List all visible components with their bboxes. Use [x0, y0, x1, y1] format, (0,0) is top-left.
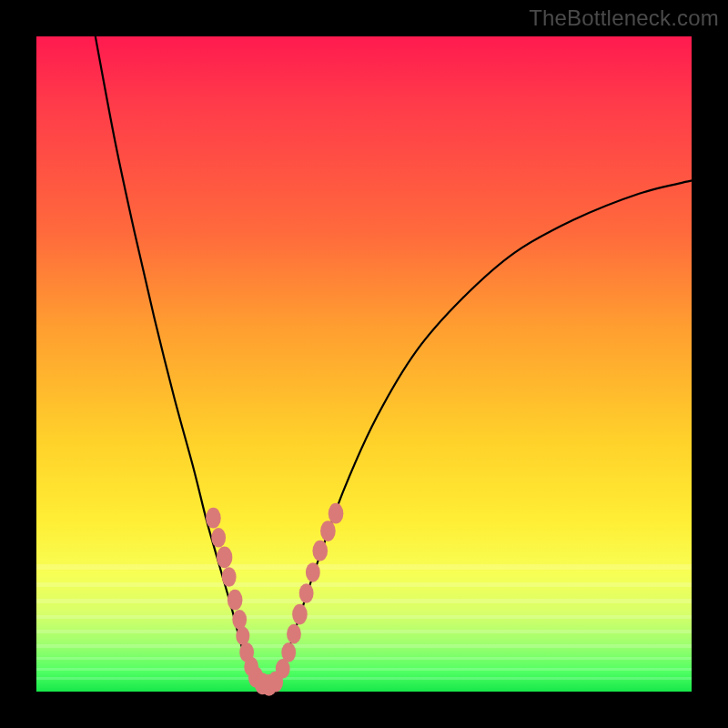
marker-blob: [222, 567, 237, 587]
plot-area: [36, 36, 692, 692]
marker-blob: [299, 583, 314, 603]
marker-group: [206, 503, 343, 696]
marker-blob: [211, 528, 226, 548]
marker-blob: [232, 610, 247, 630]
marker-blob: [306, 562, 320, 582]
marker-blob: [236, 627, 249, 646]
marker-blob: [312, 541, 328, 561]
marker-blob: [217, 547, 232, 569]
marker-blob: [281, 642, 296, 662]
watermark-text: TheBottleneck.com: [529, 5, 719, 31]
marker-blob: [320, 521, 336, 541]
curve-layer: [36, 36, 692, 692]
chart-frame: TheBottleneck.com: [0, 0, 728, 728]
curve-right-branch: [272, 180, 692, 684]
curve-left-branch: [96, 36, 259, 685]
marker-blob: [287, 624, 301, 644]
marker-blob: [329, 503, 344, 524]
marker-blob: [228, 590, 243, 611]
marker-blob: [292, 604, 308, 625]
marker-blob: [206, 508, 221, 529]
